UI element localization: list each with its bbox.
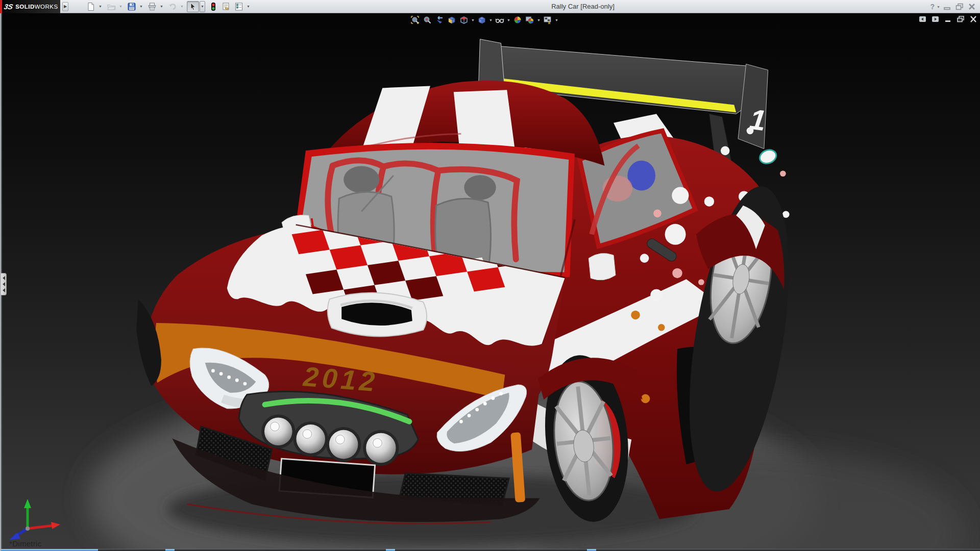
right-mirror xyxy=(589,254,616,280)
logo-accent-edge xyxy=(0,0,2,13)
taskbar-segment xyxy=(165,549,175,551)
zoom-to-fit-button[interactable] xyxy=(409,15,421,25)
help-icon[interactable]: ? xyxy=(930,3,935,11)
y-axis-arrow xyxy=(24,499,31,508)
document-window-controls xyxy=(918,15,978,23)
traffic-light-icon xyxy=(209,2,218,11)
display-style-button[interactable] xyxy=(476,15,487,25)
doc-close-icon[interactable] xyxy=(969,15,978,23)
save-button[interactable] xyxy=(126,1,138,12)
hide-show-dropdown-icon[interactable]: ▼ xyxy=(506,15,511,25)
printer-icon xyxy=(148,2,157,11)
zoom-to-area-button[interactable] xyxy=(422,15,433,25)
taskbar-segment xyxy=(587,549,596,551)
restore-icon[interactable] xyxy=(954,3,965,11)
taskbar-segment xyxy=(1,549,98,551)
hide-show-items-button[interactable] xyxy=(494,15,505,25)
feature-pane-handle[interactable] xyxy=(1,273,7,295)
view-settings-icon xyxy=(543,15,552,24)
options-dropdown-icon[interactable]: ▼ xyxy=(246,1,251,12)
undo-button[interactable] xyxy=(166,1,179,12)
chevron-left-icon xyxy=(3,288,5,292)
taskbar-segment xyxy=(386,549,395,551)
edit-appearance-button[interactable] xyxy=(512,15,523,25)
view-settings-button[interactable] xyxy=(542,15,553,25)
hood-year-text: 2012 xyxy=(302,361,379,397)
view-orientation-button[interactable] xyxy=(458,15,470,25)
zoom-to-area-icon xyxy=(423,15,432,24)
taskbar-segment xyxy=(98,549,165,551)
collapse-pane-right-icon[interactable] xyxy=(930,15,940,23)
taskbar-edge xyxy=(1,549,980,551)
open-button[interactable] xyxy=(105,1,117,12)
collapse-pane-left-icon[interactable] xyxy=(918,15,927,23)
x-axis-arrow xyxy=(51,522,60,529)
save-floppy-icon xyxy=(127,2,136,11)
view-settings-dropdown-icon[interactable]: ▼ xyxy=(554,15,559,25)
heads-up-view-toolbar: ▼ ▼ ▼ ▼ ▼ xyxy=(409,14,559,26)
view-orientation-dropdown-icon[interactable]: ▼ xyxy=(471,15,475,25)
appearance-sphere-icon xyxy=(513,15,522,24)
app-window-controls: ? ▼ xyxy=(930,0,977,13)
select-dropdown-icon[interactable]: ▼ xyxy=(200,1,205,12)
open-folder-icon xyxy=(107,2,116,11)
print-button[interactable] xyxy=(146,1,158,12)
apply-scene-icon xyxy=(525,15,534,24)
new-document-icon xyxy=(86,2,95,11)
file-properties-icon xyxy=(222,2,231,11)
new-dropdown-icon[interactable]: ▼ xyxy=(97,1,103,12)
window-title: Rally Car [Read-only] xyxy=(527,0,639,13)
eyeglasses-icon xyxy=(495,15,504,24)
save-dropdown-icon[interactable]: ▼ xyxy=(138,1,144,12)
menu-flyout-arrow-icon[interactable]: ▶ xyxy=(62,2,68,11)
close-icon[interactable] xyxy=(967,3,977,11)
hood-scoop xyxy=(328,293,427,337)
help-dropdown-icon[interactable]: ▼ xyxy=(937,5,940,9)
section-view-icon xyxy=(447,15,456,24)
zoom-to-fit-icon xyxy=(410,15,420,24)
apply-scene-button[interactable] xyxy=(524,15,535,25)
minimize-icon[interactable] xyxy=(942,3,952,11)
rally-car-model[interactable]: 1 xyxy=(1,13,980,551)
section-view-button[interactable] xyxy=(446,15,457,25)
standard-toolbar: ▼ ▼ ▼ ▼ ▼ ▼ ▼ xyxy=(85,1,253,12)
new-document-button[interactable] xyxy=(85,1,97,12)
taskbar-segment xyxy=(395,549,587,551)
options-button[interactable] xyxy=(233,1,245,12)
undo-dropdown-icon[interactable]: ▼ xyxy=(179,1,185,12)
rebuild-button[interactable] xyxy=(207,1,219,12)
title-bar: 3S SOLIDWORKS ▶ ▼ ▼ ▼ ▼ ▼ ▼ xyxy=(0,0,980,13)
reference-triad xyxy=(5,497,66,541)
undo-arrow-icon xyxy=(168,2,177,11)
fuel-cap xyxy=(757,147,778,166)
doc-restore-icon[interactable] xyxy=(956,15,965,23)
logo-text: SOLIDWORKS xyxy=(15,4,58,10)
select-cursor-icon xyxy=(188,2,198,11)
chevron-left-icon xyxy=(3,282,5,286)
taskbar-segment xyxy=(175,549,386,551)
previous-view-icon xyxy=(435,15,444,24)
select-tool-button[interactable] xyxy=(187,1,199,12)
chevron-left-icon xyxy=(3,276,5,280)
taskbar-segment xyxy=(596,549,980,551)
print-dropdown-icon[interactable]: ▼ xyxy=(159,1,164,12)
doc-minimize-icon[interactable] xyxy=(943,15,952,23)
options-checklist-icon xyxy=(234,2,243,11)
graphics-viewport[interactable]: 1 xyxy=(0,13,980,551)
open-dropdown-icon[interactable]: ▼ xyxy=(118,1,124,12)
previous-view-button[interactable] xyxy=(434,15,445,25)
view-orientation-icon xyxy=(459,15,469,24)
3ds-logo-icon: 3S xyxy=(3,3,14,11)
display-style-icon xyxy=(477,15,486,24)
solidworks-logo: 3S SOLIDWORKS xyxy=(0,0,60,13)
view-orientation-label: *Dimetric xyxy=(9,539,42,548)
apply-scene-dropdown-icon[interactable]: ▼ xyxy=(536,15,541,25)
file-properties-button[interactable] xyxy=(220,1,232,12)
display-style-dropdown-icon[interactable]: ▼ xyxy=(488,15,493,25)
